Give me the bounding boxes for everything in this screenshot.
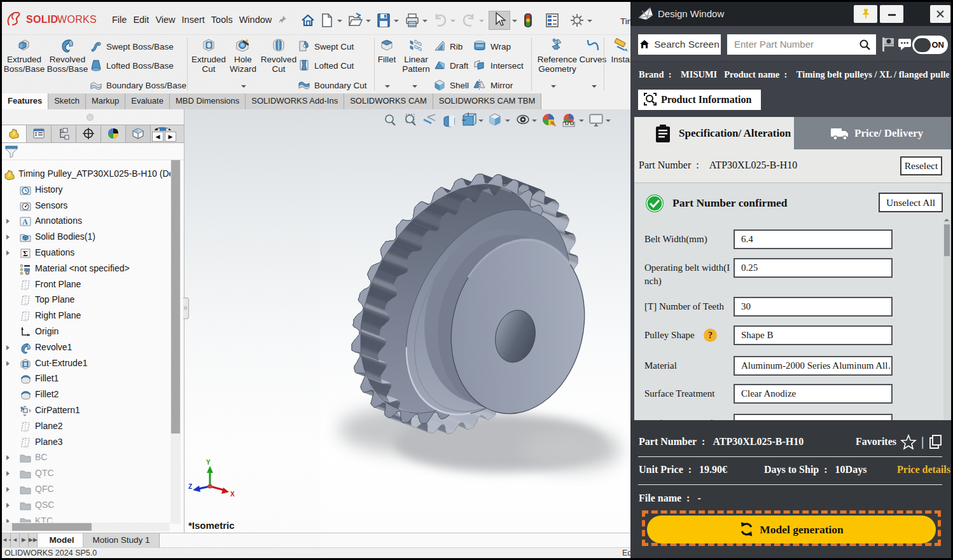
svg-text:A: A xyxy=(22,217,28,226)
svg-text:SOLID: SOLID xyxy=(26,14,58,25)
svg-text:Y: Y xyxy=(206,459,211,466)
svg-text:X: X xyxy=(230,491,235,498)
svg-text:WORKS: WORKS xyxy=(57,14,97,25)
svg-text:Z: Z xyxy=(188,483,192,490)
svg-text:Σ: Σ xyxy=(23,249,28,258)
